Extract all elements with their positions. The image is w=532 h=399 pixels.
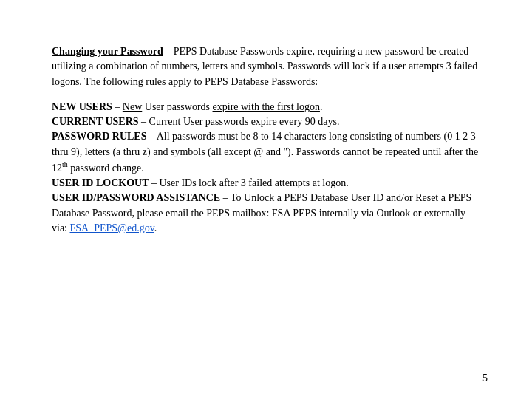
new-users-rest: User passwords bbox=[142, 101, 212, 112]
intro-paragraph: Changing your Password – PEPS Database P… bbox=[52, 44, 480, 89]
password-rules-label: PASSWORD RULES bbox=[52, 131, 147, 142]
new-users-underline: expire with the first logon bbox=[213, 101, 320, 112]
current-users-end: . bbox=[337, 116, 340, 127]
current-users-underline: expire every 90 days bbox=[251, 116, 337, 127]
current-users-line: CURRENT USERS – Current User passwords e… bbox=[52, 116, 339, 127]
rules-paragraph: NEW USERS – New User passwords expire wi… bbox=[52, 100, 480, 236]
new-users-label: NEW USERS bbox=[52, 101, 112, 112]
current-users-label: CURRENT USERS bbox=[52, 116, 139, 127]
page-container: Changing your Password – PEPS Database P… bbox=[0, 0, 532, 399]
current-users-link: Current bbox=[149, 116, 181, 127]
lockout-line: USER ID LOCKOUT – User IDs lock after 3 … bbox=[52, 177, 349, 188]
assistance-link[interactable]: FSA_PEPS@ed.gov bbox=[70, 222, 154, 233]
password-rules-sup: th bbox=[62, 160, 68, 168]
assistance-end: . bbox=[154, 222, 157, 233]
assistance-label: USER ID/PASSWORD ASSISTANCE bbox=[52, 192, 220, 203]
current-users-mid: User passwords bbox=[180, 116, 250, 127]
new-users-end: . bbox=[320, 101, 323, 112]
password-rules-end: password change. bbox=[68, 163, 144, 174]
new-users-dash: – bbox=[112, 101, 123, 112]
assistance-line: USER ID/PASSWORD ASSISTANCE – To Unlock … bbox=[52, 192, 471, 233]
new-users-line: NEW USERS – New User passwords expire wi… bbox=[52, 101, 322, 112]
lockout-text: – User IDs lock after 3 failed attempts … bbox=[149, 177, 348, 188]
intro-heading: Changing your Password bbox=[52, 46, 163, 57]
password-rules-line: PASSWORD RULES – All passwords must be 8… bbox=[52, 131, 478, 173]
content-block: Changing your Password – PEPS Database P… bbox=[52, 44, 480, 236]
page-number: 5 bbox=[482, 372, 488, 384]
lockout-label: USER ID LOCKOUT bbox=[52, 177, 149, 188]
new-users-link: New bbox=[123, 101, 142, 112]
current-users-dash: – bbox=[139, 116, 149, 127]
